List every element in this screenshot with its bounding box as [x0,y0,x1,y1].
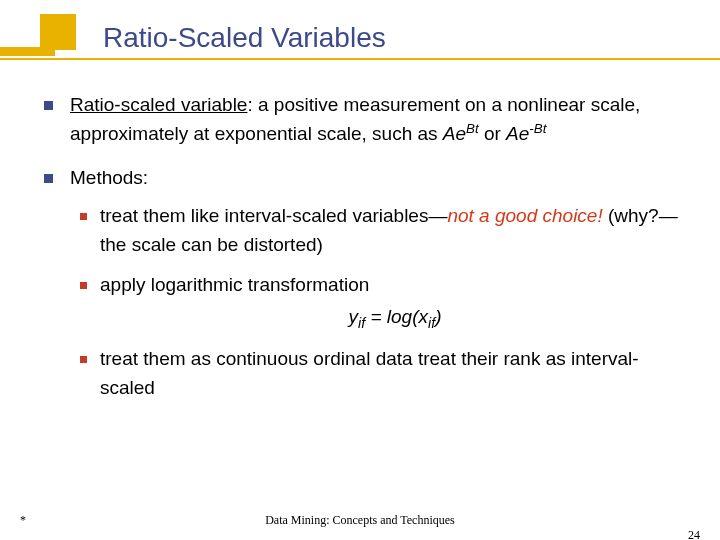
footer-left: * [20,513,26,528]
bullet-definition: Ratio-scaled variable: a positive measur… [44,90,690,149]
sub-interval-scaled: treat them like interval-scaled variable… [70,201,690,260]
slide-title: Ratio-Scaled Variables [103,22,386,54]
decor-underline [0,58,720,60]
slide-content: Ratio-scaled variable: a positive measur… [44,90,690,417]
exp-b-base: Ae [506,124,529,145]
sub-log-transform: apply logarithmic transformation yif = l… [70,270,690,334]
decor-square [40,14,76,50]
sub-ordinal: treat them as continuous ordinal data tr… [70,344,690,403]
exp-a-sup: Bt [466,121,479,136]
s1-warning: not a good choice! [447,205,602,226]
exp-b-sup: -Bt [529,121,546,136]
term-ratio-scaled: Ratio-scaled variable [70,94,247,115]
formula-y: y [349,306,359,327]
page-number: 24 [688,528,700,540]
formula-right: ) [435,306,441,327]
formula-mid: = log(x [365,306,428,327]
s1-text-a: treat them like interval-scaled variable… [100,205,447,226]
s3-text: treat them as continuous ordinal data tr… [100,348,639,398]
decor-bar [0,47,55,56]
formula: yif = log(xif) [100,302,690,334]
bullet-methods: Methods: treat them like interval-scaled… [44,163,690,403]
exp-a-base: Ae [443,124,466,145]
s2-text: apply logarithmic transformation [100,274,369,295]
footer-center: Data Mining: Concepts and Techniques [0,513,720,528]
or-text: or [479,124,506,145]
footer: * Data Mining: Concepts and Techniques 2… [0,513,720,528]
methods-label: Methods: [70,167,148,188]
